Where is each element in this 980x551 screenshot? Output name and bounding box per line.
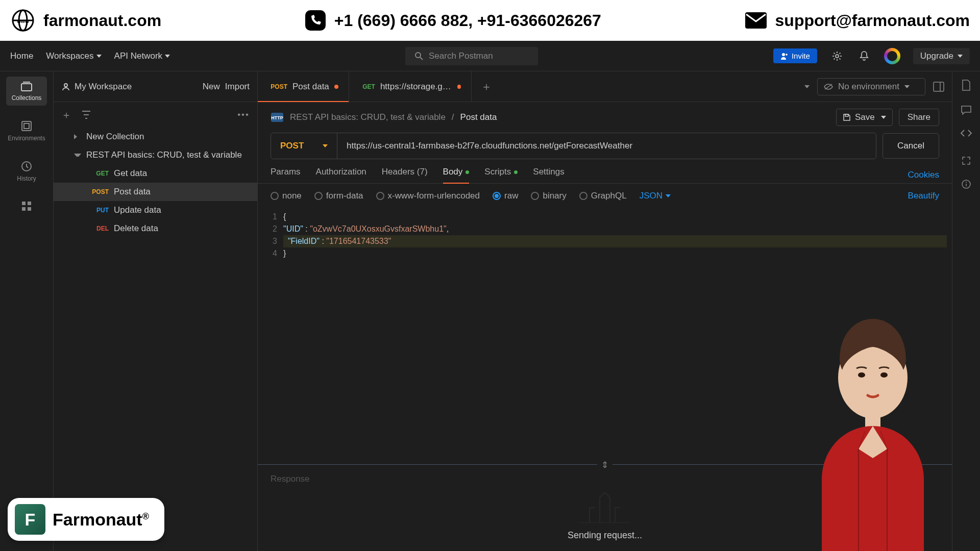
grid-icon: [21, 201, 32, 212]
postman-top-nav: Home Workspaces API Network Search Postm…: [0, 41, 980, 71]
request-item-get[interactable]: GET Get data: [54, 164, 257, 183]
response-label: Response: [271, 474, 310, 484]
phone-text: +1 (669) 6666 882, +91-6366026267: [334, 11, 601, 30]
raw-format-select[interactable]: JSON: [640, 191, 671, 201]
cookies-link[interactable]: Cookies: [908, 170, 939, 180]
sidebar-more-button[interactable]: •••: [237, 110, 250, 120]
collections-icon: [20, 81, 33, 92]
import-button[interactable]: Import: [225, 82, 250, 92]
environment-select[interactable]: No environment: [817, 78, 925, 95]
beautify-button[interactable]: Beautify: [908, 191, 939, 201]
comments-button[interactable]: [961, 105, 972, 118]
nav-api-network[interactable]: API Network: [114, 51, 170, 61]
method-select[interactable]: POST: [271, 133, 337, 159]
save-button[interactable]: Save: [836, 109, 893, 126]
request-item-delete[interactable]: DEL Delete data: [54, 219, 257, 238]
body-type-urlencoded[interactable]: x-www-form-urlencoded: [376, 191, 480, 201]
rail-environments[interactable]: Environments: [6, 116, 47, 146]
tab-label: https://storage.googlea: [380, 82, 452, 92]
svg-rect-16: [22, 207, 26, 211]
chevron-right-icon: [74, 134, 81, 139]
loading-illustration: [569, 482, 641, 523]
svg-point-6: [415, 53, 421, 58]
tab-get-url[interactable]: GET https://storage.googlea: [349, 71, 472, 102]
eye-off-icon: [824, 83, 833, 90]
www-icon: www: [10, 8, 36, 33]
person-icon: [61, 82, 70, 91]
svg-point-18: [64, 84, 67, 87]
search-input[interactable]: Search Postman: [405, 47, 538, 65]
sidebar: My Workspace New Import ＋ ••• New Collec…: [54, 71, 258, 551]
unsaved-dot-icon: [334, 85, 338, 89]
tab-params[interactable]: Params: [271, 167, 301, 183]
tab-headers[interactable]: Headers (7): [382, 167, 428, 183]
registered-mark: ®: [142, 511, 149, 521]
method-badge: GET: [89, 170, 109, 177]
request-item-put[interactable]: PUT Update data: [54, 201, 257, 219]
docs-button[interactable]: [961, 79, 971, 94]
environments-icon: [20, 120, 33, 132]
collection-name: New Collection: [86, 132, 144, 142]
add-collection-button[interactable]: ＋: [61, 108, 71, 122]
resize-handle[interactable]: ⇕: [597, 460, 612, 470]
tab-settings[interactable]: Settings: [533, 167, 564, 183]
code-button[interactable]: [960, 129, 972, 140]
nav-workspaces[interactable]: Workspaces: [46, 51, 101, 61]
request-name: Get data: [114, 168, 147, 179]
body-type-binary[interactable]: binary: [531, 191, 566, 201]
gear-icon: [831, 51, 843, 62]
breadcrumb-parent[interactable]: REST API basics: CRUD, test & variable: [290, 112, 446, 122]
code-icon: [960, 129, 972, 137]
sending-status: Sending request...: [568, 530, 642, 541]
rail-more[interactable]: [6, 196, 47, 216]
body-type-graphql[interactable]: GraphQL: [579, 191, 627, 201]
expand-button[interactable]: [962, 156, 971, 168]
workspace-name[interactable]: My Workspace: [61, 82, 132, 92]
url-input[interactable]: [337, 133, 876, 159]
tab-body[interactable]: Body: [443, 167, 470, 183]
user-avatar[interactable]: [884, 48, 900, 64]
info-icon: [961, 179, 971, 189]
method-badge: PUT: [89, 207, 109, 214]
rail-collections[interactable]: Collections: [6, 77, 47, 106]
svg-rect-20: [934, 82, 944, 91]
brand-badge: F Farmonaut®: [8, 498, 164, 541]
upgrade-button[interactable]: Upgrade: [913, 48, 970, 64]
url-row: POST Cancel: [258, 133, 952, 159]
tab-post-data[interactable]: POST Post data: [258, 71, 349, 102]
tab-authorization[interactable]: Authorization: [316, 167, 366, 183]
sidebar-toggle-icon[interactable]: [933, 82, 944, 92]
http-icon: HTTP: [271, 112, 284, 122]
comment-icon: [961, 105, 972, 115]
body-type-selector: none form-data x-www-form-urlencoded raw…: [258, 184, 952, 208]
rail-history[interactable]: History: [6, 156, 47, 186]
filter-icon[interactable]: [82, 111, 91, 119]
new-tab-button[interactable]: ＋: [472, 71, 501, 102]
svg-rect-17: [28, 207, 31, 211]
chevron-down-icon: [165, 55, 170, 58]
sidebar-toolbar: ＋ •••: [54, 102, 257, 128]
cancel-button[interactable]: Cancel: [883, 133, 939, 159]
tab-label: Post data: [292, 82, 329, 92]
body-type-form-data[interactable]: form-data: [314, 191, 363, 201]
tab-scripts[interactable]: Scripts: [484, 167, 518, 183]
body-type-raw[interactable]: raw: [493, 191, 518, 201]
svg-rect-10: [21, 84, 32, 91]
request-tabs: Params Authorization Headers (7) Body Sc…: [258, 159, 952, 184]
collections-tree: New Collection REST API basics: CRUD, te…: [54, 128, 257, 551]
unsaved-dot-icon: [457, 85, 461, 89]
body-type-none[interactable]: none: [271, 191, 302, 201]
tabs-dropdown[interactable]: [804, 85, 810, 88]
settings-button[interactable]: [830, 49, 844, 63]
info-button[interactable]: [961, 179, 971, 192]
invite-button[interactable]: Invite: [773, 48, 817, 63]
nav-home[interactable]: Home: [10, 51, 33, 61]
phone-icon: [304, 9, 327, 32]
collection-item[interactable]: New Collection: [54, 128, 257, 146]
request-item-post[interactable]: POST Post data: [54, 183, 257, 201]
line-gutter: 1 2 3 4: [263, 211, 283, 462]
notifications-button[interactable]: [857, 49, 871, 63]
share-button[interactable]: Share: [899, 109, 939, 126]
collection-item[interactable]: REST API basics: CRUD, test & variable: [54, 146, 257, 164]
new-button[interactable]: New: [203, 82, 220, 92]
